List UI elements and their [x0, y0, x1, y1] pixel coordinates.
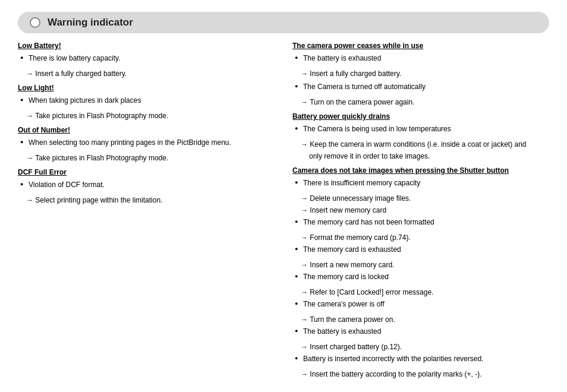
- insufficient-memory-list: There is insufficient memory capacity: [292, 178, 549, 188]
- arrow-item: Take pictures in Flash Photography mode.: [18, 110, 275, 121]
- list-item: The memory card has not been formatted: [295, 217, 549, 227]
- low-battery-list: There is low battery capacity.: [18, 53, 275, 64]
- list-item: Violation of DCF format.: [20, 179, 275, 190]
- camera-power-title: The camera power ceases while in use: [292, 42, 549, 50]
- out-of-number-group: Out of Number! When selecting too many p…: [18, 126, 275, 163]
- dcf-full-error-group: DCF Full Error Violation of DCF format. …: [18, 168, 275, 206]
- arrow-item: Delete unnecessary image files.: [292, 193, 549, 204]
- list-item: Battery is inserted incorrectly with the…: [295, 353, 549, 364]
- warning-title: Warning indicator: [48, 17, 133, 29]
- list-item: The memory card is exhausted: [295, 244, 549, 255]
- warning-section: Warning indicator Low Battery! There is …: [18, 12, 549, 384]
- list-item: The memory card is locked: [295, 271, 549, 282]
- list-item: When taking pictures in dark places: [20, 95, 275, 106]
- arrow-item: Select printing page within the limitati…: [18, 195, 275, 206]
- battery-power-title: Battery power quickly drains: [292, 112, 549, 121]
- arrow-item: Insert the battery according to the pola…: [292, 369, 549, 380]
- arrow-item: Turn on the camera power again.: [292, 97, 549, 108]
- warning-content: Low Battery! There is low battery capaci…: [18, 42, 549, 384]
- warning-left-col: Low Battery! There is low battery capaci…: [18, 42, 275, 384]
- camera-power-off-list: The camera's power is off: [292, 299, 549, 309]
- dcf-list: Violation of DCF format.: [18, 179, 275, 190]
- camera-no-image-group: Camera does not take images when pressin…: [292, 166, 549, 380]
- list-item: The camera's power is off: [295, 299, 549, 309]
- battery-power-group: Battery power quickly drains The Camera …: [292, 112, 549, 162]
- arrow-item: Insert charged battery (p.12).: [292, 342, 549, 352]
- low-battery-title: Low Battery!: [18, 42, 275, 50]
- camera-no-image-title: Camera does not take images when pressin…: [292, 166, 549, 175]
- memory-locked-list: The memory card is locked: [292, 271, 549, 282]
- arrow-item: Keep the camera in warm conditions (i.e.…: [292, 139, 549, 150]
- arrow-item: Insert new memory card: [292, 205, 549, 216]
- out-of-number-list: When selecting too many printing pages i…: [18, 137, 275, 148]
- arrow-item: Turn the camera power on.: [292, 314, 549, 325]
- warning-right-col: The camera power ceases while in use The…: [292, 42, 549, 384]
- arrow-item: Insert a fully charged battery.: [292, 68, 549, 79]
- low-light-group: Low Light! When taking pictures in dark …: [18, 84, 275, 121]
- memory-exhausted-list: The memory card is exhausted: [292, 244, 549, 255]
- camera-power-ceases-group: The camera power ceases while in use The…: [292, 42, 549, 108]
- arrow-item: Refer to [Card Locked!] error message.: [292, 287, 549, 298]
- list-item: The Camera is being used in low temperat…: [295, 124, 549, 134]
- memory-not-formatted-list: The memory card has not been formatted: [292, 217, 549, 227]
- list-item: The battery is exhausted: [295, 53, 549, 64]
- battery-exhausted-list: The battery is exhausted: [292, 326, 549, 337]
- list-item: There is insufficient memory capacity: [295, 178, 549, 188]
- low-light-list: When taking pictures in dark places: [18, 95, 275, 106]
- arrow-item: Insert a new memory card.: [292, 260, 549, 270]
- battery-polarities-list: Battery is inserted incorrectly with the…: [292, 353, 549, 364]
- camera-power-list: The battery is exhausted: [292, 53, 549, 64]
- list-item: The Camera is turned off automatically: [295, 81, 549, 92]
- out-of-number-title: Out of Number!: [18, 126, 275, 134]
- list-item: When selecting too many printing pages i…: [20, 137, 275, 148]
- battery-power-list: The Camera is being used in low temperat…: [292, 124, 549, 134]
- warning-icon: [30, 17, 40, 28]
- low-battery-group: Low Battery! There is low battery capaci…: [18, 42, 275, 79]
- arrow-item: Format the memory card (p.74).: [292, 232, 549, 243]
- arrow-item: Insert a fully charged battery.: [18, 68, 275, 79]
- list-item: There is low battery capacity.: [20, 53, 275, 64]
- camera-power-list-2: The Camera is turned off automatically: [292, 81, 549, 92]
- list-item: The battery is exhausted: [295, 326, 549, 337]
- arrow-item: Take pictures in Flash Photography mode.: [18, 153, 275, 163]
- arrow-continuation: only remove it in order to take images.: [292, 151, 549, 162]
- warning-header: Warning indicator: [18, 12, 549, 33]
- dcf-title: DCF Full Error: [18, 168, 275, 176]
- low-light-title: Low Light!: [18, 84, 275, 92]
